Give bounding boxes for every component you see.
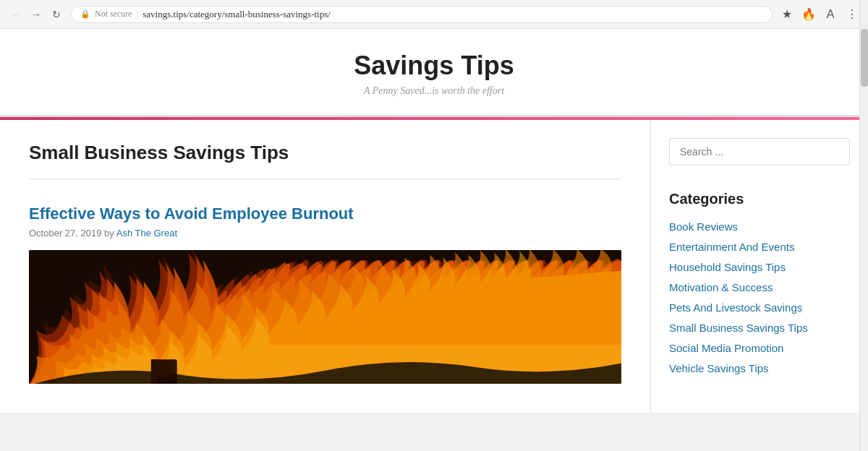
article-entry: Effective Ways to Avoid Employee Burnout… [29,197,621,391]
categories-list: Book ReviewsEntertainment And EventsHous… [669,220,850,375]
category-list-item: Social Media Promotion [669,342,850,355]
article-author[interactable]: Ash The Great [116,228,177,239]
category-link[interactable]: Pets And Livestock Savings [669,301,802,314]
category-list-item: Small Business Savings Tips [669,322,850,335]
browser-chrome: ← → ↻ 🔒 Not secure | savings.tips/catego… [0,0,868,29]
article-title-link[interactable]: Effective Ways to Avoid Employee Burnout [29,205,354,223]
article-by: by [104,228,116,239]
category-list-item: Entertainment And Events [669,241,850,254]
scrollbar-thumb[interactable] [861,29,868,87]
address-bar[interactable]: 🔒 Not secure | savings.tips/category/sma… [71,6,773,23]
category-link[interactable]: Book Reviews [669,220,738,233]
not-secure-label: Not secure [95,9,132,20]
browser-actions: ★ 🔥 A ⋮ [778,6,861,23]
page-wrapper: Small Business Savings Tips Effective Wa… [0,120,868,413]
flame-button[interactable]: 🔥 [800,6,817,23]
category-link[interactable]: Social Media Promotion [669,342,783,354]
categories-widget: Categories Book ReviewsEntertainment And… [669,191,850,375]
category-list-item: Pets And Livestock Savings [669,301,850,314]
reload-button[interactable]: ↻ [48,6,65,23]
article-meta: October 27, 2019 by Ash The Great [29,228,621,239]
account-button[interactable]: A [822,6,839,23]
categories-heading: Categories [669,191,850,207]
category-link[interactable]: Vehicle Savings Tips [669,362,769,374]
category-link[interactable]: Motivation & Success [669,281,773,293]
site-title: Savings Tips [14,51,854,81]
category-list-item: Book Reviews [669,220,850,233]
site-header: Savings Tips A Penny Saved...is worth th… [0,29,868,117]
sidebar: Categories Book ReviewsEntertainment And… [651,120,868,413]
category-link[interactable]: Entertainment And Events [669,241,794,253]
url-text: savings.tips/category/small-business-sav… [142,9,331,20]
site-tagline: A Penny Saved...is worth the effort [14,85,854,97]
category-list-item: Motivation & Success [669,281,850,294]
category-list-item: Vehicle Savings Tips [669,362,850,375]
search-widget [669,138,850,166]
main-content: Small Business Savings Tips Effective Wa… [0,120,651,413]
nav-buttons: ← → ↻ [7,6,65,23]
category-heading: Small Business Savings Tips [29,142,621,179]
search-input[interactable] [669,138,850,166]
category-list-item: Household Savings Tips [669,261,850,274]
article-image [29,250,621,384]
bookmark-button[interactable]: ★ [778,6,796,23]
separator: | [137,9,139,20]
lock-icon: 🔒 [80,9,90,19]
scrollbar[interactable] [859,0,868,413]
category-link[interactable]: Small Business Savings Tips [669,322,808,334]
back-button[interactable]: ← [7,6,25,23]
category-link[interactable]: Household Savings Tips [669,261,786,273]
forward-button[interactable]: → [27,6,45,23]
article-date: October 27, 2019 [29,228,101,239]
menu-button[interactable]: ⋮ [843,6,861,23]
